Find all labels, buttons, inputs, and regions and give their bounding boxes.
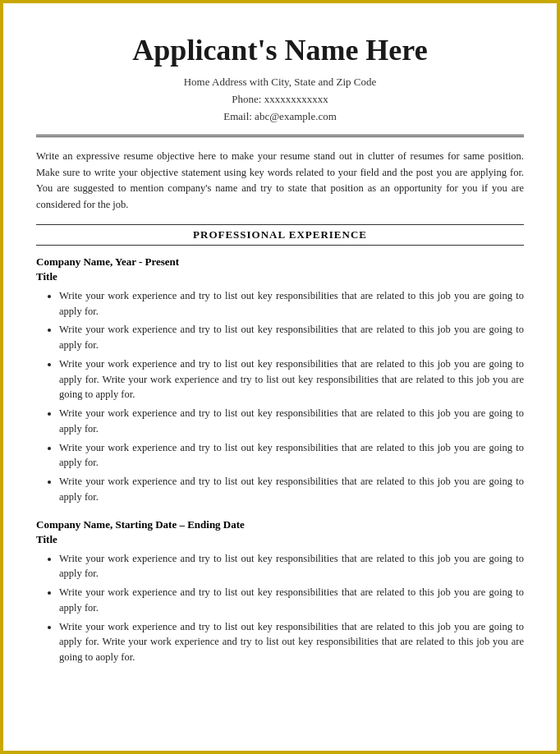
email: Email: abc@example.com	[36, 108, 524, 126]
applicant-name: Applicant's Name Here	[36, 33, 524, 67]
objective-text: Write an expressive resume objective her…	[36, 150, 524, 209]
responsibility-1-3: Write your work experience and try to li…	[59, 356, 524, 402]
responsibility-2-3: Write your work experience and try to li…	[59, 619, 524, 665]
resume-header: Applicant's Name Here Home Address with …	[36, 33, 524, 125]
responsibility-2-2: Write your work experience and try to li…	[59, 585, 524, 616]
job-title-1: Title	[36, 270, 524, 283]
responsibilities-list-1: Write your work experience and try to li…	[36, 288, 524, 505]
resume-page: Applicant's Name Here Home Address with …	[0, 0, 560, 754]
company-block-2: Company Name, Starting Date – Ending Dat…	[36, 518, 524, 665]
responsibility-1-1: Write your work experience and try to li…	[59, 288, 524, 320]
header-divider	[36, 135, 524, 137]
responsibility-1-4: Write your work experience and try to li…	[59, 406, 524, 437]
company-name-1: Company Name, Year - Present	[36, 255, 524, 269]
job-title-2: Title	[36, 533, 524, 546]
responsibility-1-6: Write your work experience and try to li…	[59, 474, 524, 505]
professional-experience-header: PROFESSIONAL EXPERIENCE	[36, 224, 524, 246]
responsibility-2-1: Write your work experience and try to li…	[59, 551, 524, 582]
responsibility-1-2: Write your work experience and try to li…	[59, 322, 524, 353]
objective-section: Write an expressive resume objective her…	[36, 149, 524, 213]
company-name-2: Company Name, Starting Date – Ending Dat…	[36, 518, 524, 531]
company-block-1: Company Name, Year - Present Title Write…	[36, 255, 524, 505]
contact-info: Home Address with City, State and Zip Co…	[36, 74, 524, 125]
address: Home Address with City, State and Zip Co…	[36, 74, 524, 91]
phone: Phone: xxxxxxxxxxxx	[36, 91, 524, 108]
responsibility-1-5: Write your work experience and try to li…	[59, 440, 524, 471]
responsibilities-list-2: Write your work experience and try to li…	[36, 551, 524, 665]
